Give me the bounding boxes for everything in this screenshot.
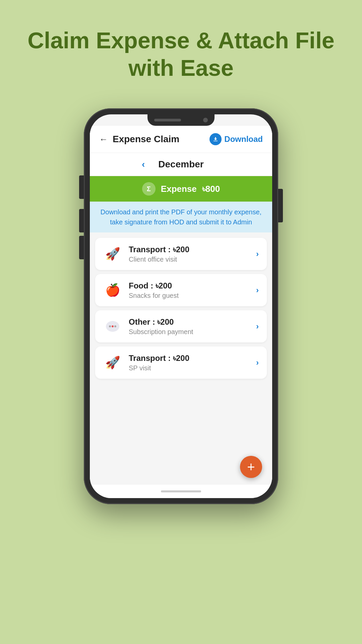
current-month: December xyxy=(158,159,203,170)
expense-list: 🚀 Transport : ৳200 Client office visit ›… xyxy=(90,232,272,485)
expense-item-transport-1[interactable]: 🚀 Transport : ৳200 Client office visit › xyxy=(95,238,267,270)
item-arrow-1: › xyxy=(256,249,259,259)
food-icon: 🍎 xyxy=(103,281,122,300)
svg-point-2 xyxy=(112,325,114,327)
item-subtitle-3: Subscription payment xyxy=(129,328,249,336)
other-icon xyxy=(103,317,122,336)
download-icon xyxy=(209,133,222,145)
download-label: Download xyxy=(224,135,263,144)
phone-screen: ← Expense Claim Download ‹ December xyxy=(90,114,272,498)
transport-icon-1: 🚀 xyxy=(103,245,122,263)
back-button[interactable]: ← xyxy=(99,134,108,145)
item-subtitle-4: SP visit xyxy=(129,364,249,372)
home-bar xyxy=(161,490,201,492)
item-arrow-4: › xyxy=(256,358,259,367)
item-subtitle-1: Client office visit xyxy=(129,256,249,263)
app-header: ← Expense Claim Download xyxy=(90,126,272,153)
expense-total-bar: Σ Expense ৳800 xyxy=(90,176,272,202)
prev-month-button[interactable]: ‹ xyxy=(142,159,145,170)
page-title-container: Claim Expense & Attach File with Ease xyxy=(1,0,361,82)
transport-icon-2: 🚀 xyxy=(103,353,122,372)
item-details-2: Food : ৳200 Snacks for guest xyxy=(129,281,249,300)
info-banner: Download and print the PDF of your month… xyxy=(90,202,272,232)
item-details-4: Transport : ৳200 SP visit xyxy=(129,354,249,372)
phone-notch xyxy=(147,114,215,126)
expense-item-food[interactable]: 🍎 Food : ৳200 Snacks for guest › xyxy=(95,274,267,306)
item-title-3: Other : ৳200 xyxy=(129,317,249,327)
phone-mockup: ← Expense Claim Download ‹ December xyxy=(84,108,278,504)
expense-label: Expense xyxy=(161,184,197,194)
item-arrow-3: › xyxy=(256,322,259,331)
expense-amount: ৳800 xyxy=(202,184,220,194)
screen-title: Expense Claim xyxy=(113,134,179,145)
header-left: ← Expense Claim xyxy=(99,134,179,145)
month-nav: ‹ December › xyxy=(90,153,272,176)
expense-item-other[interactable]: Other : ৳200 Subscription payment › xyxy=(95,310,267,342)
notch-dot xyxy=(203,118,208,122)
item-title-4: Transport : ৳200 xyxy=(129,354,249,363)
item-details-3: Other : ৳200 Subscription payment xyxy=(129,317,249,336)
item-arrow-2: › xyxy=(256,285,259,295)
page-title: Claim Expense & Attach File with Ease xyxy=(1,27,361,82)
svg-point-3 xyxy=(114,325,116,327)
item-details-1: Transport : ৳200 Client office visit xyxy=(129,245,249,263)
expense-item-transport-2[interactable]: 🚀 Transport : ৳200 SP visit › xyxy=(95,346,267,379)
download-button[interactable]: Download xyxy=(209,133,263,145)
sigma-icon: Σ xyxy=(142,182,156,196)
home-indicator xyxy=(90,485,272,498)
item-title-2: Food : ৳200 xyxy=(129,281,249,290)
add-expense-fab[interactable]: + xyxy=(240,456,262,478)
app-content: ← Expense Claim Download ‹ December xyxy=(90,126,272,485)
notch-bar xyxy=(154,119,181,121)
item-title-1: Transport : ৳200 xyxy=(129,245,249,254)
item-subtitle-2: Snacks for guest xyxy=(129,292,249,300)
svg-point-1 xyxy=(109,325,111,327)
